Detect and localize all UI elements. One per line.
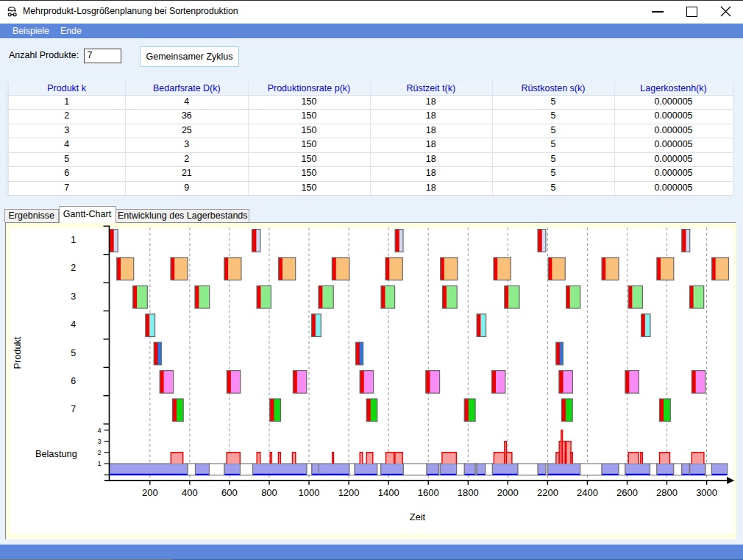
- svg-text:5: 5: [71, 348, 76, 358]
- svg-text:2800: 2800: [656, 487, 678, 498]
- svg-text:4: 4: [97, 427, 101, 434]
- svg-text:2000: 2000: [497, 487, 519, 498]
- svg-text:Zeit: Zeit: [410, 511, 426, 522]
- svg-text:2: 2: [71, 263, 76, 273]
- svg-text:2400: 2400: [577, 487, 598, 498]
- svg-text:Belastung: Belastung: [35, 448, 77, 459]
- svg-text:200: 200: [142, 487, 158, 498]
- svg-text:600: 600: [221, 487, 238, 498]
- svg-text:3: 3: [71, 291, 76, 302]
- svg-text:2600: 2600: [616, 487, 638, 498]
- svg-text:1: 1: [97, 460, 101, 467]
- svg-text:1: 1: [71, 235, 76, 245]
- svg-text:6: 6: [71, 376, 76, 386]
- svg-text:2: 2: [97, 449, 101, 456]
- svg-text:4: 4: [71, 319, 76, 330]
- svg-text:400: 400: [182, 487, 198, 498]
- svg-text:3000: 3000: [696, 487, 717, 498]
- svg-text:1600: 1600: [418, 487, 439, 498]
- svg-text:1800: 1800: [458, 487, 479, 498]
- svg-text:1400: 1400: [378, 487, 399, 498]
- svg-text:Produkt: Produkt: [12, 336, 23, 369]
- svg-text:1000: 1000: [299, 487, 320, 498]
- svg-text:3: 3: [97, 438, 101, 445]
- svg-text:2200: 2200: [537, 487, 558, 498]
- svg-text:800: 800: [261, 487, 277, 498]
- svg-text:1200: 1200: [338, 487, 360, 498]
- svg-text:7: 7: [71, 404, 76, 414]
